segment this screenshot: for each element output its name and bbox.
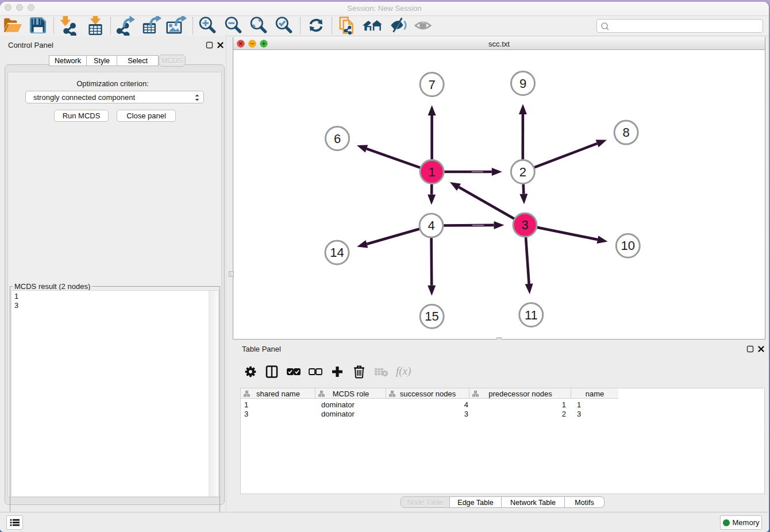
svg-text:6: 6: [334, 132, 341, 146]
svg-text:9: 9: [519, 76, 526, 91]
svg-text:1: 1: [428, 165, 435, 179]
svg-text:14: 14: [330, 245, 344, 260]
svg-text:2: 2: [519, 165, 526, 179]
svg-text:8: 8: [622, 125, 629, 140]
svg-text:3: 3: [521, 218, 528, 232]
svg-text:7: 7: [428, 78, 435, 92]
svg-text:11: 11: [525, 308, 538, 322]
svg-text:15: 15: [425, 309, 438, 323]
svg-text:10: 10: [621, 238, 635, 253]
svg-text:4: 4: [428, 218, 434, 233]
